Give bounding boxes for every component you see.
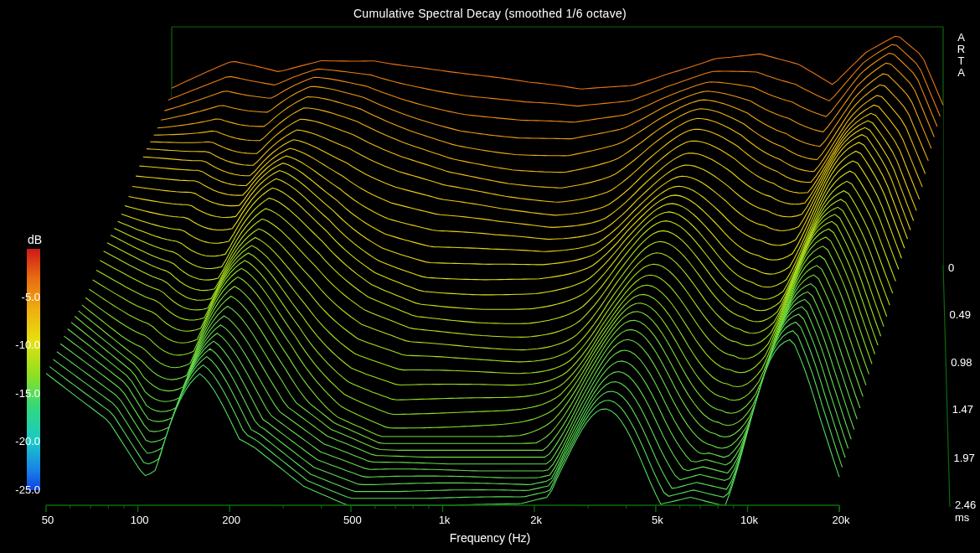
frequency-tick-label: 50 (31, 514, 64, 526)
time-tick-label: 1.47 (952, 403, 973, 416)
time-tick-label: 1.97 (953, 452, 974, 464)
db-tick-label: -15.0 (0, 387, 40, 400)
db-tick-label: -10.0 (0, 339, 40, 351)
colorbar-ticks: -5.0-10.0-15.0-20.0-25.0 (0, 236, 40, 504)
waterfall-curves (46, 36, 943, 505)
front-axis (46, 505, 839, 512)
frequency-tick-label: 200 (214, 514, 248, 526)
x-axis-label: Frequency (Hz) (0, 531, 980, 545)
db-tick-label: -20.0 (0, 435, 40, 447)
plot-canvas (0, 0, 980, 553)
frequency-tick-label: 500 (336, 514, 369, 526)
frequency-tick-label: 1k (428, 514, 462, 526)
time-tick-label: 0 (948, 261, 954, 274)
csd-waterfall-plot: Cumulative Spectral Decay (smoothed 1/6 … (0, 0, 980, 553)
db-tick-label: -25.0 (0, 483, 40, 496)
svg-line-4 (943, 265, 950, 507)
time-tick-label: 2.46 ms (955, 499, 980, 524)
db-tick-label: -5.0 (0, 291, 40, 303)
frequency-tick-label: 5k (641, 514, 674, 526)
time-tick-label: 0.49 (950, 308, 971, 321)
time-tick-label: 0.98 (951, 356, 972, 369)
frequency-tick-label: 10k (732, 514, 766, 526)
frequency-tick-label: 20k (824, 514, 858, 526)
software-tag: ARTA (957, 32, 967, 79)
frequency-tick-label: 2k (519, 514, 553, 526)
frequency-tick-label: 100 (123, 514, 157, 526)
